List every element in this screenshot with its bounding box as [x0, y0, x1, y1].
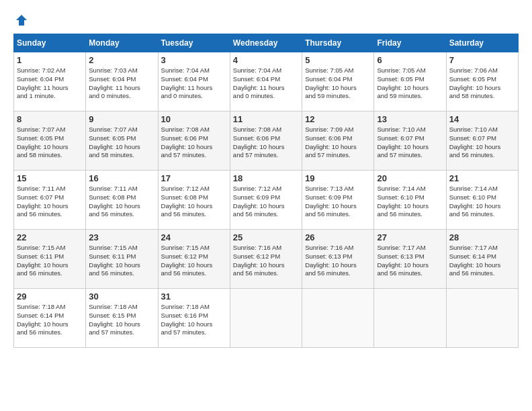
svg-marker-0	[16, 15, 27, 26]
day-info: Sunrise: 7:08 AM Sunset: 6:06 PM Dayligh…	[233, 126, 299, 160]
calendar-cell: 9Sunrise: 7:07 AM Sunset: 6:05 PM Daylig…	[86, 111, 158, 171]
day-number: 13	[377, 114, 443, 124]
day-info: Sunrise: 7:02 AM Sunset: 6:04 PM Dayligh…	[17, 66, 83, 101]
day-info: Sunrise: 7:17 AM Sunset: 6:14 PM Dayligh…	[449, 244, 515, 278]
weekday-header-thursday: Thursday	[302, 34, 374, 52]
day-info: Sunrise: 7:05 AM Sunset: 6:04 PM Dayligh…	[305, 66, 371, 101]
day-number: 2	[89, 55, 154, 65]
weekday-header-sunday: Sunday	[14, 34, 86, 52]
calendar-cell: 22Sunrise: 7:15 AM Sunset: 6:11 PM Dayli…	[14, 230, 86, 289]
calendar-cell: 29Sunrise: 7:18 AM Sunset: 6:14 PM Dayli…	[14, 289, 86, 348]
day-number: 25	[233, 232, 299, 242]
day-number: 12	[305, 114, 371, 124]
day-number: 9	[89, 114, 154, 124]
day-info: Sunrise: 7:11 AM Sunset: 6:08 PM Dayligh…	[89, 185, 154, 219]
day-number: 19	[305, 173, 371, 183]
day-number: 23	[89, 232, 154, 242]
day-info: Sunrise: 7:09 AM Sunset: 6:06 PM Dayligh…	[305, 126, 371, 160]
calendar-cell: 7Sunrise: 7:06 AM Sunset: 6:05 PM Daylig…	[446, 52, 518, 111]
day-number: 5	[305, 55, 371, 65]
calendar-week-1: 1Sunrise: 7:02 AM Sunset: 6:04 PM Daylig…	[14, 52, 519, 111]
day-info: Sunrise: 7:18 AM Sunset: 6:16 PM Dayligh…	[161, 303, 227, 337]
calendar-cell: 8Sunrise: 7:07 AM Sunset: 6:05 PM Daylig…	[14, 111, 86, 171]
day-number: 3	[161, 55, 227, 65]
weekday-header-monday: Monday	[86, 34, 158, 52]
calendar-cell: 15Sunrise: 7:11 AM Sunset: 6:07 PM Dayli…	[14, 171, 86, 230]
calendar-cell: 25Sunrise: 7:16 AM Sunset: 6:12 PM Dayli…	[230, 230, 302, 289]
day-number: 17	[161, 173, 227, 183]
day-number: 7	[449, 55, 515, 65]
day-info: Sunrise: 7:04 AM Sunset: 6:04 PM Dayligh…	[233, 66, 299, 101]
day-number: 20	[377, 173, 443, 183]
day-info: Sunrise: 7:03 AM Sunset: 6:04 PM Dayligh…	[89, 66, 154, 101]
day-number: 16	[89, 173, 154, 183]
day-number: 21	[449, 173, 515, 183]
calendar-cell: 28Sunrise: 7:17 AM Sunset: 6:14 PM Dayli…	[446, 230, 518, 289]
day-info: Sunrise: 7:16 AM Sunset: 6:12 PM Dayligh…	[233, 244, 299, 278]
calendar-cell: 13Sunrise: 7:10 AM Sunset: 6:07 PM Dayli…	[374, 111, 446, 171]
weekday-header-tuesday: Tuesday	[158, 34, 230, 52]
day-info: Sunrise: 7:13 AM Sunset: 6:09 PM Dayligh…	[305, 185, 371, 219]
day-number: 28	[449, 232, 515, 242]
day-number: 22	[17, 232, 83, 242]
day-info: Sunrise: 7:15 AM Sunset: 6:11 PM Dayligh…	[89, 244, 154, 278]
calendar-cell	[302, 289, 374, 348]
calendar-week-4: 22Sunrise: 7:15 AM Sunset: 6:11 PM Dayli…	[14, 230, 519, 289]
day-number: 26	[305, 232, 371, 242]
day-info: Sunrise: 7:11 AM Sunset: 6:07 PM Dayligh…	[17, 185, 83, 219]
calendar-cell: 20Sunrise: 7:14 AM Sunset: 6:10 PM Dayli…	[374, 171, 446, 230]
day-number: 15	[17, 173, 83, 183]
day-info: Sunrise: 7:12 AM Sunset: 6:08 PM Dayligh…	[161, 185, 227, 219]
calendar-cell: 23Sunrise: 7:15 AM Sunset: 6:11 PM Dayli…	[86, 230, 158, 289]
day-number: 10	[161, 114, 227, 124]
day-info: Sunrise: 7:14 AM Sunset: 6:10 PM Dayligh…	[377, 185, 443, 219]
day-info: Sunrise: 7:05 AM Sunset: 6:05 PM Dayligh…	[377, 66, 443, 101]
calendar-week-3: 15Sunrise: 7:11 AM Sunset: 6:07 PM Dayli…	[14, 171, 519, 230]
day-number: 11	[233, 114, 299, 124]
day-info: Sunrise: 7:07 AM Sunset: 6:05 PM Dayligh…	[17, 126, 83, 160]
day-info: Sunrise: 7:12 AM Sunset: 6:09 PM Dayligh…	[233, 185, 299, 219]
logo	[13, 13, 28, 27]
calendar-week-2: 8Sunrise: 7:07 AM Sunset: 6:05 PM Daylig…	[14, 111, 519, 171]
day-info: Sunrise: 7:18 AM Sunset: 6:15 PM Dayligh…	[89, 303, 154, 337]
calendar-cell: 4Sunrise: 7:04 AM Sunset: 6:04 PM Daylig…	[230, 52, 302, 111]
day-info: Sunrise: 7:07 AM Sunset: 6:05 PM Dayligh…	[89, 126, 154, 160]
calendar-cell	[374, 289, 446, 348]
calendar-cell: 30Sunrise: 7:18 AM Sunset: 6:15 PM Dayli…	[86, 289, 158, 348]
day-number: 4	[233, 55, 299, 65]
calendar-cell: 14Sunrise: 7:10 AM Sunset: 6:07 PM Dayli…	[446, 111, 518, 171]
calendar-cell: 11Sunrise: 7:08 AM Sunset: 6:06 PM Dayli…	[230, 111, 302, 171]
calendar-cell: 16Sunrise: 7:11 AM Sunset: 6:08 PM Dayli…	[86, 171, 158, 230]
calendar-cell: 17Sunrise: 7:12 AM Sunset: 6:08 PM Dayli…	[158, 171, 230, 230]
weekday-header-wednesday: Wednesday	[230, 34, 302, 52]
calendar-cell: 21Sunrise: 7:14 AM Sunset: 6:10 PM Dayli…	[446, 171, 518, 230]
day-number: 31	[161, 291, 227, 302]
calendar-cell	[446, 289, 518, 348]
day-info: Sunrise: 7:15 AM Sunset: 6:11 PM Dayligh…	[17, 244, 83, 278]
calendar-cell: 1Sunrise: 7:02 AM Sunset: 6:04 PM Daylig…	[14, 52, 86, 111]
day-info: Sunrise: 7:16 AM Sunset: 6:13 PM Dayligh…	[305, 244, 371, 278]
day-info: Sunrise: 7:10 AM Sunset: 6:07 PM Dayligh…	[377, 126, 443, 160]
calendar-cell: 3Sunrise: 7:04 AM Sunset: 6:04 PM Daylig…	[158, 52, 230, 111]
day-info: Sunrise: 7:14 AM Sunset: 6:10 PM Dayligh…	[449, 185, 515, 219]
calendar-cell: 19Sunrise: 7:13 AM Sunset: 6:09 PM Dayli…	[302, 171, 374, 230]
calendar-cell: 2Sunrise: 7:03 AM Sunset: 6:04 PM Daylig…	[86, 52, 158, 111]
day-number: 24	[161, 232, 227, 242]
calendar-cell: 26Sunrise: 7:16 AM Sunset: 6:13 PM Dayli…	[302, 230, 374, 289]
weekday-header-friday: Friday	[374, 34, 446, 52]
calendar-cell: 24Sunrise: 7:15 AM Sunset: 6:12 PM Dayli…	[158, 230, 230, 289]
calendar-cell: 12Sunrise: 7:09 AM Sunset: 6:06 PM Dayli…	[302, 111, 374, 171]
day-info: Sunrise: 7:08 AM Sunset: 6:06 PM Dayligh…	[161, 126, 227, 160]
page-header	[13, 13, 519, 27]
day-info: Sunrise: 7:15 AM Sunset: 6:12 PM Dayligh…	[161, 244, 227, 278]
calendar-cell	[230, 289, 302, 348]
day-info: Sunrise: 7:18 AM Sunset: 6:14 PM Dayligh…	[17, 303, 83, 337]
day-number: 8	[17, 114, 83, 124]
day-number: 30	[89, 291, 154, 302]
day-info: Sunrise: 7:06 AM Sunset: 6:05 PM Dayligh…	[449, 66, 515, 101]
day-number: 29	[17, 291, 83, 302]
logo-icon	[15, 13, 28, 27]
day-number: 14	[449, 114, 515, 124]
calendar-week-5: 29Sunrise: 7:18 AM Sunset: 6:14 PM Dayli…	[14, 289, 519, 348]
day-info: Sunrise: 7:04 AM Sunset: 6:04 PM Dayligh…	[161, 66, 227, 101]
